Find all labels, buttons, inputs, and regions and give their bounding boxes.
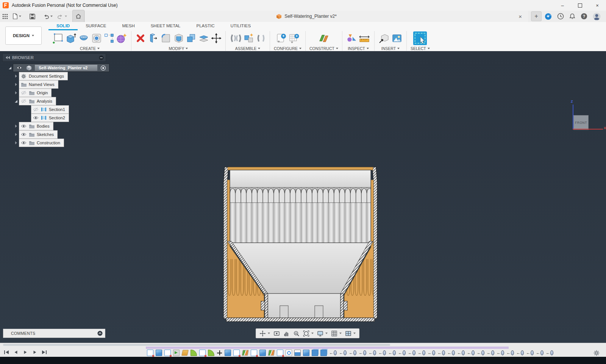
visibility-eye-icon[interactable]: [33, 116, 39, 120]
create-form-button[interactable]: [116, 33, 127, 44]
browser-display-toggle-icon[interactable]: [99, 55, 104, 60]
timeline-feature-extrude[interactable]: [156, 350, 162, 356]
profile-avatar[interactable]: [593, 12, 601, 20]
move-copy-button[interactable]: [211, 33, 222, 44]
timeline-feature-joint[interactable]: ←: [359, 350, 366, 356]
insert-group-label[interactable]: INSERT: [381, 46, 400, 51]
file-menu-button[interactable]: [10, 11, 23, 21]
delete-button[interactable]: [135, 33, 146, 44]
base-cut-face[interactable]: [226, 318, 375, 322]
timeline-feature-joint[interactable]: ←: [369, 350, 376, 356]
browser-header[interactable]: BROWSER: [2, 53, 106, 62]
split-body-button[interactable]: [198, 33, 209, 44]
timeline-feature-joint[interactable]: ←: [329, 350, 337, 356]
expand-arrow[interactable]: [14, 83, 18, 86]
visibility-eye-icon[interactable]: [21, 141, 27, 145]
construct-group-label[interactable]: CONSTRUCT: [309, 46, 338, 51]
display-settings-button[interactable]: [316, 329, 329, 337]
play-button[interactable]: [22, 349, 29, 355]
redo-button[interactable]: [55, 11, 69, 21]
timeline-feature-joint[interactable]: ←: [408, 350, 415, 356]
timeline-feature-joint[interactable]: ←: [526, 350, 534, 356]
fit-button[interactable]: [302, 329, 315, 337]
joint-button[interactable]: [230, 33, 242, 44]
timeline-feature-joint[interactable]: ←: [536, 350, 544, 356]
timeline-feature-joint[interactable]: ←: [477, 350, 484, 356]
save-button[interactable]: [27, 11, 37, 21]
tab-sheet-metal[interactable]: SHEET METAL: [143, 22, 189, 30]
shell-button[interactable]: [173, 33, 184, 44]
notifications-bell-icon[interactable]: [569, 13, 575, 19]
new-tab-button[interactable]: +: [531, 11, 542, 21]
visibility-eye-icon[interactable]: [33, 108, 39, 111]
browser-item-construction[interactable]: Construction: [2, 139, 112, 147]
browser-root-label[interactable]: Self-Watering_Planter v2: [35, 65, 97, 71]
combine-button[interactable]: [186, 33, 197, 44]
tab-plastic[interactable]: PLASTIC: [189, 22, 223, 30]
timeline-feature-fillet[interactable]: [191, 350, 197, 356]
browser-item-section1[interactable]: Section1: [2, 105, 112, 114]
viewcube[interactable]: Z FRONT X: [566, 100, 606, 134]
orbit-button[interactable]: [258, 329, 271, 337]
inspect-group-label[interactable]: INSPECT: [348, 46, 369, 51]
fillet-button[interactable]: [160, 33, 172, 44]
undo-button[interactable]: [41, 11, 55, 21]
step-forward-button[interactable]: [31, 349, 38, 355]
create-sketch-button[interactable]: [52, 33, 64, 44]
expand-arrow[interactable]: [14, 125, 18, 128]
timeline-feature-sketch[interactable]: [251, 350, 257, 356]
comments-toggle-icon[interactable]: [97, 331, 103, 336]
app-launcher-grid-icon[interactable]: [0, 11, 10, 21]
timeline-feature-joint[interactable]: ←: [467, 350, 475, 356]
timeline-feature-midplane[interactable]: [242, 350, 248, 356]
revolve-button[interactable]: [78, 33, 89, 44]
insert-derive-button[interactable]: [378, 33, 390, 44]
tab-mesh[interactable]: MESH: [114, 22, 142, 30]
pan-button[interactable]: [282, 329, 291, 337]
inspect-ruler-button[interactable]: [358, 33, 370, 44]
measure-button[interactable]: [346, 33, 357, 44]
construction-plane-button[interactable]: [318, 33, 330, 44]
insert-canvas-button[interactable]: [391, 33, 403, 44]
visibility-eye-icon[interactable]: [21, 133, 27, 136]
browser-item-bodies[interactable]: Bodies: [2, 122, 112, 130]
browser-item-section2[interactable]: Section2: [2, 114, 112, 122]
visibility-eye-icon[interactable]: [21, 91, 27, 95]
tab-utilities[interactable]: UTILITIES: [222, 22, 259, 30]
configuration-button[interactable]: [276, 33, 287, 44]
minimize-button[interactable]: –: [554, 0, 571, 11]
look-at-button[interactable]: [272, 329, 281, 337]
hole-button[interactable]: [91, 33, 102, 44]
timeline-feature-sketch[interactable]: [147, 350, 153, 356]
activate-radio-icon[interactable]: [98, 65, 108, 71]
expand-arrow[interactable]: [14, 133, 18, 136]
timeline-feature-extrude[interactable]: [259, 350, 266, 356]
browser-collapse-icon[interactable]: [6, 56, 10, 59]
expand-arrow[interactable]: [14, 75, 18, 78]
rib-arches[interactable]: [230, 187, 371, 203]
3d-viewport[interactable]: BROWSER Self-Watering_Planter v2: [0, 51, 606, 343]
visibility-eye-icon[interactable]: [14, 66, 24, 70]
grid-snaps-button[interactable]: [330, 329, 343, 337]
timeline-feature-joint[interactable]: ←: [398, 350, 406, 356]
timeline-feature-sketch[interactable]: [277, 350, 283, 356]
expand-arrow[interactable]: [14, 100, 18, 103]
viewcube-front-face[interactable]: FRONT: [573, 115, 589, 130]
timeline-feature-midplane[interactable]: [268, 350, 275, 356]
visibility-eye-icon[interactable]: [21, 124, 27, 128]
pattern-button[interactable]: [104, 33, 114, 44]
timeline-group-bar[interactable]: [146, 347, 509, 349]
configuration-table-button[interactable]: [289, 33, 300, 44]
timeline-feature-extrude[interactable]: [225, 350, 231, 356]
zoom-button[interactable]: [292, 329, 301, 337]
extensions-icon[interactable]: [545, 13, 552, 20]
document-tab-close-button[interactable]: ×: [516, 13, 524, 20]
go-to-start-button[interactable]: [3, 349, 10, 355]
timeline-feature-joint[interactable]: ←: [497, 350, 504, 356]
timeline-feature-web[interactable]: [294, 350, 301, 356]
timeline-feature-fillet[interactable]: [208, 350, 214, 356]
create-group-label[interactable]: CREATE: [80, 46, 100, 51]
expand-arrow[interactable]: [14, 91, 18, 94]
timeline-feature-extrude[interactable]: [303, 350, 309, 356]
go-to-end-button[interactable]: [41, 349, 48, 355]
